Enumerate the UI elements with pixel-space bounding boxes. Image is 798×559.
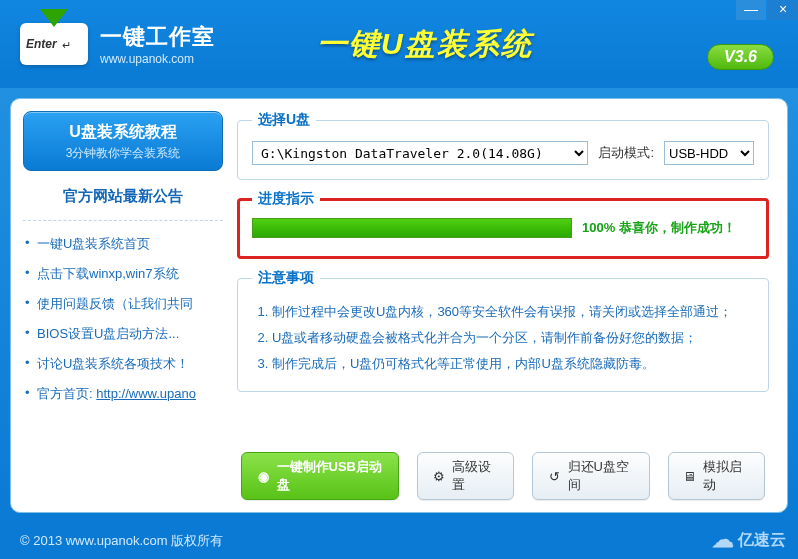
sidebar-item[interactable]: BIOS设置U盘启动方法... — [23, 319, 223, 349]
watermark: ☁ 亿速云 — [712, 527, 786, 553]
brand-name: 一键工作室 — [100, 22, 215, 52]
sidebar-item[interactable]: 一键U盘装系统首页 — [23, 229, 223, 259]
boot-mode-select[interactable]: USB-HDD — [664, 141, 754, 165]
sidebar-list: 一键U盘装系统首页 点击下载winxp,win7系统 使用问题反馈（让我们共同 … — [23, 229, 223, 409]
note-item: 制作完成后，U盘仍可格式化等正常使用，内部U盘系统隐藏防毒。 — [272, 351, 754, 377]
tutorial-title: U盘装系统教程 — [30, 122, 216, 143]
gear-icon: ⚙ — [432, 468, 446, 484]
notes-legend: 注意事项 — [252, 269, 320, 287]
sidebar-item[interactable]: 点击下载winxp,win7系统 — [23, 259, 223, 289]
select-drive-legend: 选择U盘 — [252, 111, 316, 129]
app-title: 一键U盘装系统 — [317, 24, 533, 65]
cloud-icon: ☁ — [712, 527, 734, 553]
tutorial-button[interactable]: U盘装系统教程 3分钟教你学会装系统 — [23, 111, 223, 171]
version-badge: V3.6 — [707, 44, 774, 70]
minimize-button[interactable]: — — [736, 0, 766, 20]
enter-text: Enter — [26, 37, 57, 51]
progress-bar — [252, 218, 572, 238]
select-drive-group: 选择U盘 G:\Kingston DataTraveler 2.0(14.08G… — [237, 111, 769, 180]
sidebar-item[interactable]: 讨论U盘装系统各项技术！ — [23, 349, 223, 379]
disc-icon: ◉ — [256, 468, 270, 484]
window-controls: — × — [734, 0, 798, 20]
footer: © 2013 www.upanok.com 版权所有 — [0, 523, 798, 559]
enter-key-icon: Enter ↵ — [20, 23, 88, 65]
tutorial-subtitle: 3分钟教你学会装系统 — [30, 145, 216, 162]
sidebar-item[interactable]: 使用问题反馈（让我们共同 — [23, 289, 223, 319]
note-item: U盘或者移动硬盘会被格式化并合为一个分区，请制作前备份好您的数据； — [272, 325, 754, 351]
advanced-button[interactable]: ⚙ 高级设置 — [417, 452, 514, 500]
restore-icon: ↺ — [547, 468, 561, 484]
simulate-button[interactable]: 🖥 模拟启动 — [668, 452, 765, 500]
drive-select[interactable]: G:\Kingston DataTraveler 2.0(14.08G) — [252, 141, 588, 165]
progress-legend: 进度指示 — [252, 190, 320, 208]
brand-url: www.upanok.com — [100, 52, 215, 66]
copyright: © 2013 www.upanok.com 版权所有 — [20, 532, 223, 550]
home-link[interactable]: http://www.upano — [96, 386, 196, 401]
notes-group: 注意事项 制作过程中会更改U盘内核，360等安全软件会有误报，请关闭或选择全部通… — [237, 269, 769, 392]
sidebar: U盘装系统教程 3分钟教你学会装系统 官方网站最新公告 一键U盘装系统首页 点击… — [23, 111, 223, 500]
main-panel: U盘装系统教程 3分钟教你学会装系统 官方网站最新公告 一键U盘装系统首页 点击… — [10, 98, 788, 513]
logo: Enter ↵ 一键工作室 www.upanok.com — [20, 22, 215, 66]
monitor-icon: 🖥 — [683, 468, 697, 484]
enter-arrow-icon: ↵ — [62, 39, 71, 52]
header: Enter ↵ 一键工作室 www.upanok.com 一键U盘装系统 V3.… — [0, 0, 798, 88]
boot-mode-label: 启动模式: — [598, 144, 654, 162]
make-usb-button[interactable]: ◉ 一键制作USB启动盘 — [241, 452, 399, 500]
sidebar-item-home[interactable]: 官方首页: http://www.upano — [23, 379, 223, 409]
note-item: 制作过程中会更改U盘内核，360等安全软件会有误报，请关闭或选择全部通过； — [272, 299, 754, 325]
action-bar: ◉ 一键制作USB启动盘 ⚙ 高级设置 ↺ 归还U盘空间 🖥 模拟启动 — [237, 444, 769, 500]
main-area: 选择U盘 G:\Kingston DataTraveler 2.0(14.08G… — [237, 111, 769, 500]
progress-group: 进度指示 100% 恭喜你，制作成功！ — [237, 190, 769, 259]
progress-text: 100% 恭喜你，制作成功！ — [582, 219, 736, 237]
announcement-heading: 官方网站最新公告 — [23, 187, 223, 206]
divider — [23, 220, 223, 221]
restore-button[interactable]: ↺ 归还U盘空间 — [532, 452, 650, 500]
close-button[interactable]: × — [768, 0, 798, 20]
